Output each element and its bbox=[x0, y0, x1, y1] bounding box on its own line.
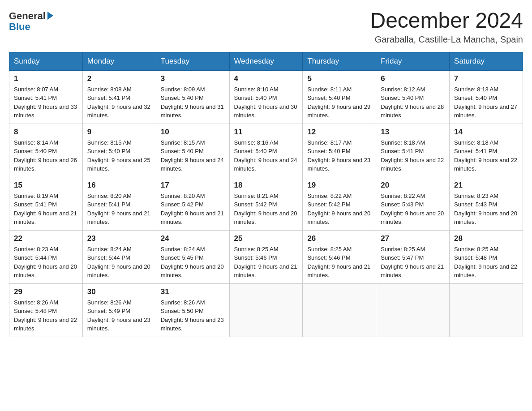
header-friday: Friday bbox=[376, 52, 450, 70]
day-info: Sunrise: 8:07 AM Sunset: 5:41 PM Dayligh… bbox=[14, 85, 78, 120]
table-row: 29 Sunrise: 8:26 AM Sunset: 5:48 PM Dayl… bbox=[9, 283, 83, 337]
logo: General Blue bbox=[9, 9, 53, 32]
day-info: Sunrise: 8:22 AM Sunset: 5:42 PM Dayligh… bbox=[307, 192, 371, 227]
table-row bbox=[229, 283, 303, 337]
day-info: Sunrise: 8:18 AM Sunset: 5:41 PM Dayligh… bbox=[381, 138, 445, 173]
header-thursday: Thursday bbox=[303, 52, 376, 70]
header-monday: Monday bbox=[82, 52, 156, 70]
day-number: 25 bbox=[234, 234, 298, 243]
table-row: 27 Sunrise: 8:25 AM Sunset: 5:47 PM Dayl… bbox=[376, 230, 450, 283]
table-row: 28 Sunrise: 8:25 AM Sunset: 5:48 PM Dayl… bbox=[450, 230, 523, 283]
table-row: 20 Sunrise: 8:22 AM Sunset: 5:43 PM Dayl… bbox=[376, 177, 450, 230]
table-row: 3 Sunrise: 8:09 AM Sunset: 5:40 PM Dayli… bbox=[156, 70, 229, 124]
table-row: 18 Sunrise: 8:21 AM Sunset: 5:42 PM Dayl… bbox=[229, 177, 303, 230]
day-number: 18 bbox=[234, 181, 298, 190]
table-row: 22 Sunrise: 8:23 AM Sunset: 5:44 PM Dayl… bbox=[9, 230, 83, 283]
day-info: Sunrise: 8:24 AM Sunset: 5:44 PM Dayligh… bbox=[87, 245, 151, 280]
day-info: Sunrise: 8:12 AM Sunset: 5:40 PM Dayligh… bbox=[381, 85, 445, 120]
day-info: Sunrise: 8:14 AM Sunset: 5:40 PM Dayligh… bbox=[14, 138, 78, 173]
day-info: Sunrise: 8:21 AM Sunset: 5:42 PM Dayligh… bbox=[234, 192, 298, 227]
day-number: 27 bbox=[381, 234, 445, 243]
day-number: 6 bbox=[381, 74, 445, 83]
day-info: Sunrise: 8:22 AM Sunset: 5:43 PM Dayligh… bbox=[381, 192, 445, 227]
table-row: 10 Sunrise: 8:15 AM Sunset: 5:40 PM Dayl… bbox=[156, 124, 229, 177]
logo-arrow-icon bbox=[47, 12, 53, 20]
day-number: 29 bbox=[14, 287, 78, 296]
table-row: 2 Sunrise: 8:08 AM Sunset: 5:41 PM Dayli… bbox=[82, 70, 156, 124]
day-info: Sunrise: 8:25 AM Sunset: 5:48 PM Dayligh… bbox=[454, 245, 518, 280]
page-header: General Blue December 2024 Garaballa, Ca… bbox=[9, 9, 523, 45]
day-number: 31 bbox=[161, 287, 225, 296]
day-number: 23 bbox=[87, 234, 151, 243]
calendar-week-row: 22 Sunrise: 8:23 AM Sunset: 5:44 PM Dayl… bbox=[9, 230, 523, 283]
day-info: Sunrise: 8:26 AM Sunset: 5:50 PM Dayligh… bbox=[161, 298, 225, 333]
day-info: Sunrise: 8:24 AM Sunset: 5:45 PM Dayligh… bbox=[161, 245, 225, 280]
table-row: 25 Sunrise: 8:25 AM Sunset: 5:46 PM Dayl… bbox=[229, 230, 303, 283]
day-info: Sunrise: 8:20 AM Sunset: 5:42 PM Dayligh… bbox=[161, 192, 225, 227]
day-number: 13 bbox=[381, 128, 445, 137]
table-row: 8 Sunrise: 8:14 AM Sunset: 5:40 PM Dayli… bbox=[9, 124, 83, 177]
day-number: 2 bbox=[87, 74, 151, 83]
table-row: 4 Sunrise: 8:10 AM Sunset: 5:40 PM Dayli… bbox=[229, 70, 303, 124]
day-info: Sunrise: 8:23 AM Sunset: 5:43 PM Dayligh… bbox=[454, 192, 518, 227]
day-number: 11 bbox=[234, 128, 298, 137]
day-info: Sunrise: 8:26 AM Sunset: 5:48 PM Dayligh… bbox=[14, 298, 78, 333]
table-row: 23 Sunrise: 8:24 AM Sunset: 5:44 PM Dayl… bbox=[82, 230, 156, 283]
calendar-week-row: 15 Sunrise: 8:19 AM Sunset: 5:41 PM Dayl… bbox=[9, 177, 523, 230]
month-title: December 2024 bbox=[370, 9, 523, 33]
table-row: 7 Sunrise: 8:13 AM Sunset: 5:40 PM Dayli… bbox=[450, 70, 523, 124]
day-info: Sunrise: 8:16 AM Sunset: 5:40 PM Dayligh… bbox=[234, 138, 298, 173]
calendar-week-row: 1 Sunrise: 8:07 AM Sunset: 5:41 PM Dayli… bbox=[9, 70, 523, 124]
day-number: 19 bbox=[307, 181, 371, 190]
table-row: 11 Sunrise: 8:16 AM Sunset: 5:40 PM Dayl… bbox=[229, 124, 303, 177]
day-info: Sunrise: 8:11 AM Sunset: 5:40 PM Dayligh… bbox=[307, 85, 371, 120]
calendar-week-row: 29 Sunrise: 8:26 AM Sunset: 5:48 PM Dayl… bbox=[9, 283, 523, 337]
calendar-header-row: Sunday Monday Tuesday Wednesday Thursday… bbox=[9, 52, 523, 70]
location-subtitle: Garaballa, Castille-La Mancha, Spain bbox=[370, 34, 523, 45]
table-row: 14 Sunrise: 8:18 AM Sunset: 5:41 PM Dayl… bbox=[450, 124, 523, 177]
table-row: 31 Sunrise: 8:26 AM Sunset: 5:50 PM Dayl… bbox=[156, 283, 229, 337]
day-number: 28 bbox=[454, 234, 518, 243]
table-row: 24 Sunrise: 8:24 AM Sunset: 5:45 PM Dayl… bbox=[156, 230, 229, 283]
table-row bbox=[450, 283, 523, 337]
day-number: 20 bbox=[381, 181, 445, 190]
day-info: Sunrise: 8:17 AM Sunset: 5:40 PM Dayligh… bbox=[307, 138, 371, 173]
day-number: 24 bbox=[161, 234, 225, 243]
table-row: 13 Sunrise: 8:18 AM Sunset: 5:41 PM Dayl… bbox=[376, 124, 450, 177]
day-number: 12 bbox=[307, 128, 371, 137]
day-info: Sunrise: 8:10 AM Sunset: 5:40 PM Dayligh… bbox=[234, 85, 298, 120]
day-number: 7 bbox=[454, 74, 518, 83]
logo-text-line2: Blue bbox=[9, 21, 53, 32]
title-block: December 2024 Garaballa, Castille-La Man… bbox=[370, 9, 523, 45]
day-number: 3 bbox=[161, 74, 225, 83]
table-row: 17 Sunrise: 8:20 AM Sunset: 5:42 PM Dayl… bbox=[156, 177, 229, 230]
day-number: 10 bbox=[161, 128, 225, 137]
day-number: 1 bbox=[14, 74, 78, 83]
day-number: 21 bbox=[454, 181, 518, 190]
day-info: Sunrise: 8:19 AM Sunset: 5:41 PM Dayligh… bbox=[14, 192, 78, 227]
table-row: 12 Sunrise: 8:17 AM Sunset: 5:40 PM Dayl… bbox=[303, 124, 376, 177]
header-saturday: Saturday bbox=[450, 52, 523, 70]
table-row bbox=[376, 283, 450, 337]
table-row: 21 Sunrise: 8:23 AM Sunset: 5:43 PM Dayl… bbox=[450, 177, 523, 230]
day-number: 30 bbox=[87, 287, 151, 296]
table-row: 30 Sunrise: 8:26 AM Sunset: 5:49 PM Dayl… bbox=[82, 283, 156, 337]
day-number: 5 bbox=[307, 74, 371, 83]
table-row: 16 Sunrise: 8:20 AM Sunset: 5:41 PM Dayl… bbox=[82, 177, 156, 230]
table-row: 1 Sunrise: 8:07 AM Sunset: 5:41 PM Dayli… bbox=[9, 70, 83, 124]
day-info: Sunrise: 8:08 AM Sunset: 5:41 PM Dayligh… bbox=[87, 85, 151, 120]
calendar-table: Sunday Monday Tuesday Wednesday Thursday… bbox=[9, 52, 523, 337]
day-number: 26 bbox=[307, 234, 371, 243]
day-number: 8 bbox=[14, 128, 78, 137]
table-row: 5 Sunrise: 8:11 AM Sunset: 5:40 PM Dayli… bbox=[303, 70, 376, 124]
day-info: Sunrise: 8:15 AM Sunset: 5:40 PM Dayligh… bbox=[87, 138, 151, 173]
day-info: Sunrise: 8:15 AM Sunset: 5:40 PM Dayligh… bbox=[161, 138, 225, 173]
day-number: 15 bbox=[14, 181, 78, 190]
day-number: 4 bbox=[234, 74, 298, 83]
day-info: Sunrise: 8:25 AM Sunset: 5:46 PM Dayligh… bbox=[234, 245, 298, 280]
table-row: 9 Sunrise: 8:15 AM Sunset: 5:40 PM Dayli… bbox=[82, 124, 156, 177]
day-info: Sunrise: 8:18 AM Sunset: 5:41 PM Dayligh… bbox=[454, 138, 518, 173]
day-number: 22 bbox=[14, 234, 78, 243]
table-row: 26 Sunrise: 8:25 AM Sunset: 5:46 PM Dayl… bbox=[303, 230, 376, 283]
calendar-week-row: 8 Sunrise: 8:14 AM Sunset: 5:40 PM Dayli… bbox=[9, 124, 523, 177]
